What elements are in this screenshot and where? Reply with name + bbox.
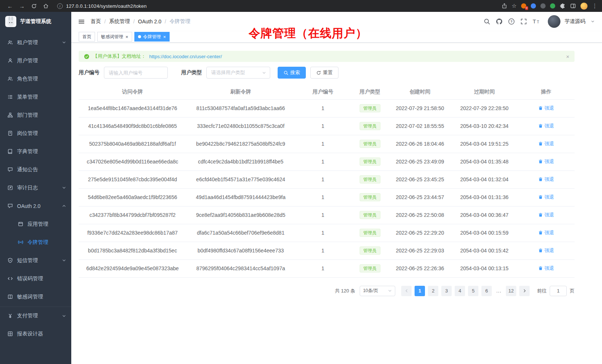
page-button-5[interactable]: 5 — [468, 286, 478, 296]
cell-access-token: b0d1785bc3a8482f812db4a3f3bd15ec — [79, 242, 186, 259]
force-logout-button[interactable]: 强退 — [538, 265, 554, 272]
sidebar-item-notice[interactable]: 通知公告 — [0, 161, 71, 179]
force-logout-button[interactable]: 强退 — [538, 229, 554, 236]
sidebar-item-menu[interactable]: 菜单管理 — [0, 88, 71, 106]
dept-icon — [7, 112, 13, 118]
sidebar-item-user[interactable]: 用户管理 — [0, 52, 71, 70]
sidebar-item-role[interactable]: 角色管理 — [0, 70, 71, 88]
reset-button[interactable]: 重置 — [310, 67, 338, 79]
user-avatar[interactable] — [548, 15, 560, 28]
more-pages-indicator[interactable]: ... — [495, 288, 503, 294]
trash-icon — [538, 106, 543, 110]
user-type-badge: 管理员 — [360, 211, 380, 219]
force-logout-button[interactable]: 强退 — [538, 176, 554, 183]
sidebar-item-report[interactable]: 报表设计器 — [0, 325, 71, 343]
browser-extension-icon[interactable]: 0 — [521, 3, 526, 9]
browser-menu-icon[interactable]: ⋮ — [592, 3, 598, 9]
page-button-4[interactable]: 4 — [455, 286, 465, 296]
back-button[interactable]: ← — [4, 1, 16, 11]
page-button-3[interactable]: 3 — [441, 286, 452, 296]
sidebar-item-oauth2[interactable]: OAuth 2.0 — [0, 197, 71, 215]
sidebar-item-pay[interactable]: 支付管理 — [0, 307, 71, 325]
cell-created-at: 2022-06-25 22:26:36 — [389, 259, 451, 277]
home-button[interactable] — [40, 1, 51, 11]
cell-user-id: 1 — [295, 99, 351, 117]
breadcrumb-item[interactable]: 系统管理 — [109, 18, 130, 25]
sidebar-toggle-icon[interactable] — [78, 19, 85, 24]
goto-suffix: 页 — [570, 288, 575, 294]
tab-sensitive-word[interactable]: 敏感词管理× — [97, 32, 132, 42]
site-info-icon[interactable]: i — [57, 3, 63, 9]
tab-oauth2-token[interactable]: 令牌管理× — [134, 32, 170, 42]
page-button-2[interactable]: 2 — [428, 286, 438, 296]
home-icon — [43, 3, 49, 9]
sidebar-item-oauth2-app[interactable]: 应用管理 — [0, 215, 71, 233]
page-size-select[interactable]: 10条/页 — [360, 286, 395, 296]
page-button-6[interactable]: 6 — [481, 286, 492, 296]
sidebar-item-oauth2-token[interactable]: 令牌管理 — [0, 233, 71, 251]
user-type-select[interactable]: 请选择用户类型 — [206, 67, 270, 79]
prev-page-button[interactable] — [401, 286, 412, 296]
force-logout-button[interactable]: 强退 — [538, 123, 554, 129]
browser-profile-avatar[interactable] — [580, 3, 588, 10]
user-id-input[interactable] — [104, 67, 168, 79]
font-size-icon[interactable]: TT — [533, 18, 541, 25]
side-panel-icon[interactable] — [570, 3, 576, 9]
cell-expires-at: 2054-03-04 19:51:25 — [451, 135, 518, 153]
force-logout-button[interactable]: 强退 — [538, 105, 554, 112]
reset-button-label: 重置 — [323, 69, 333, 76]
browser-extension-icon[interactable] — [550, 3, 555, 9]
search-button[interactable]: 搜索 — [278, 67, 306, 79]
goto-page-input[interactable] — [550, 286, 567, 296]
user-name[interactable]: 芋道源码 — [565, 18, 585, 25]
share-icon[interactable] — [501, 3, 507, 9]
breadcrumb-separator: / — [104, 19, 106, 24]
menu-icon — [7, 94, 13, 100]
reload-button[interactable] — [28, 1, 39, 11]
table-row: 502375b8040a469a9b82188afdf6af1fbe90422b… — [79, 135, 575, 153]
sidebar-item-dict[interactable]: 字典管理 — [0, 142, 71, 161]
sidebar-item-post[interactable]: 岗位管理 — [0, 124, 71, 142]
token-table: 访问令牌刷新令牌用户编号用户类型创建时间过期时间操作 1ea5e44f8bc14… — [79, 85, 575, 278]
force-logout-button[interactable]: 强退 — [538, 194, 554, 201]
post-icon — [7, 130, 13, 136]
sidebar-item-tenant[interactable]: 租户管理 — [0, 33, 71, 52]
cell-created-at: 2022-06-25 23:49:09 — [389, 153, 451, 171]
next-page-button[interactable] — [519, 286, 530, 296]
table-row: 54d6be82ee5a460a9aedc1f9bf22365649d1aa46… — [79, 188, 575, 206]
alert-doc-link[interactable]: https://doc.iocoder.cn/user-center/ — [149, 54, 222, 59]
search-icon[interactable] — [484, 18, 490, 25]
table-row: 1ea5e44f8bc1467aaede43144f31de76811c5304… — [79, 99, 575, 117]
force-logout-button[interactable]: 强退 — [538, 247, 554, 254]
github-icon[interactable] — [496, 18, 503, 25]
page-button-1[interactable]: 1 — [415, 286, 425, 296]
help-icon[interactable]: ? — [508, 18, 515, 25]
tab-close-icon[interactable]: × — [125, 34, 128, 39]
sidebar-item-error-code[interactable]: 错误码管理 — [0, 269, 71, 288]
sidebar-item-audit-log[interactable]: 审计日志 — [0, 179, 71, 197]
forward-button[interactable]: → — [16, 1, 27, 11]
bookmark-star-icon[interactable]: ☆ — [512, 3, 517, 9]
user-menu-caret-icon[interactable] — [591, 20, 595, 23]
address-bar[interactable]: i 127.0.0.1:1024/system/oauth2/token — [57, 1, 501, 10]
main-area: 首页/系统管理/OAuth 2.0/令牌管理 ?TT 芋道源码 首页敏感词管理×… — [71, 12, 602, 364]
alert-close-icon[interactable]: × — [566, 53, 569, 60]
browser-extension-icon[interactable] — [531, 3, 536, 9]
extensions-puzzle-icon[interactable] — [560, 3, 566, 9]
force-logout-button[interactable]: 强退 — [538, 140, 554, 147]
sidebar-item-sensitive-word[interactable]: 敏感词管理 — [0, 288, 71, 306]
force-logout-button[interactable]: 强退 — [538, 212, 554, 218]
cell-access-token: 54d6be82ee5a460a9aedc1f9bf223656 — [79, 188, 186, 206]
sidebar-item-dept[interactable]: 部门管理 — [0, 106, 71, 124]
breadcrumb-item[interactable]: OAuth 2.0 — [138, 19, 161, 24]
fullscreen-icon[interactable] — [520, 18, 527, 25]
sidebar-item-sms[interactable]: 短信管理 — [0, 251, 71, 269]
force-logout-button[interactable]: 强退 — [538, 158, 554, 165]
success-check-icon — [84, 54, 89, 59]
tab-home[interactable]: 首页 — [79, 32, 95, 42]
app-logo[interactable]: 芋道管理系统 — [0, 12, 71, 31]
page-button-12[interactable]: 12 — [506, 286, 516, 296]
browser-extension-icon[interactable] — [540, 3, 546, 9]
tab-close-icon[interactable]: × — [163, 34, 166, 39]
breadcrumb-item[interactable]: 首页 — [91, 18, 101, 25]
